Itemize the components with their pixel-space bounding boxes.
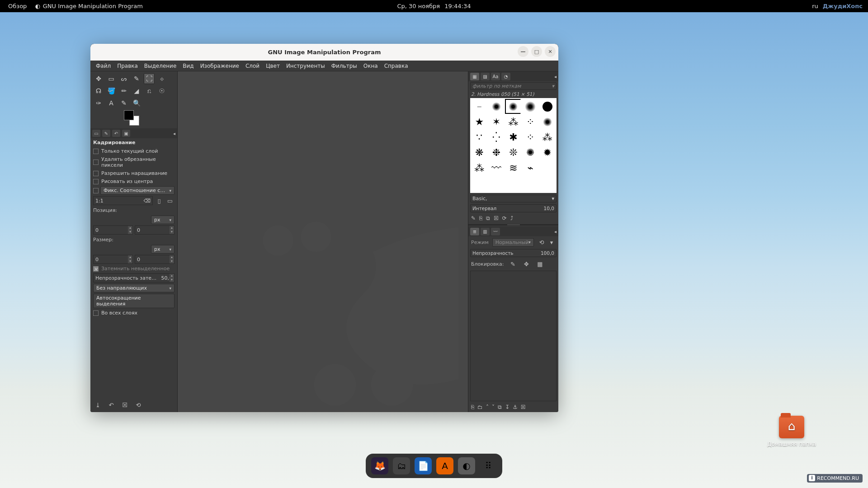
brush-item[interactable]: 〰 [488,160,505,175]
brush-item[interactable]: ❋ [471,145,488,160]
brush-edit-icon[interactable]: ✎ [471,215,476,221]
lock-pixels-icon[interactable]: ✎ [508,259,517,268]
tool-crop[interactable]: ⛶ [144,73,155,84]
lock-alpha-icon[interactable]: ▦ [535,259,544,268]
brush-item-selected[interactable] [505,99,522,114]
layer-mode-group-icon[interactable]: ▾ [547,238,556,247]
layer-mode-reset-icon[interactable]: ⟲ [538,238,546,247]
brush-item[interactable]: ⁂ [505,114,522,129]
opt-only-current-layer[interactable]: Только текущий слой [93,148,175,155]
brush-item[interactable]: ✺ [522,145,539,160]
opt-pos-y[interactable]: 0▴▾ [135,225,175,235]
brush-item[interactable]: ❉ [488,145,505,160]
opt-guides-dropdown[interactable]: Без направляющих▾ [93,284,175,292]
opt-position-unit[interactable]: px▾ [151,216,175,224]
opt-orient-portrait[interactable]: ▯ [155,196,164,205]
brush-item[interactable] [488,99,505,114]
opt-darken-opacity[interactable]: Непрозрачность зате…50,0▴▾ [93,273,175,282]
save-preset-icon[interactable]: ⤓ [93,400,102,409]
brush-item[interactable]: ⁂ [471,160,488,175]
opt-all-layers[interactable]: Во всех слоях [93,310,175,316]
brush-item[interactable]: ✶ [488,114,505,129]
brush-item[interactable]: ⌁ [522,160,539,175]
window-close-button[interactable]: ✕ [545,46,556,57]
opt-allow-grow[interactable]: Разрешить наращивание [93,170,175,177]
tool-fuzzy-select[interactable]: ✎ [131,73,142,84]
brush-new-icon[interactable]: ⎘ [479,215,482,221]
lock-position-icon[interactable]: ✥ [522,259,531,268]
brush-item[interactable] [539,114,556,129]
brush-preset-dropdown[interactable]: Basic,▾ [470,195,557,202]
opt-ratio-field[interactable]: 1:1⌫ [93,196,153,205]
brush-item[interactable] [520,98,540,115]
tab-patterns[interactable]: ▨ [481,73,490,80]
dock-gimp[interactable]: ◐ [458,457,475,474]
opt-from-center[interactable]: Рисовать из центра [93,178,175,185]
tool-text[interactable]: A [106,98,117,108]
fg-bg-colors[interactable] [124,110,175,128]
dock-document[interactable]: 📄 [415,457,432,474]
brush-item[interactable]: ⁘ [522,130,539,145]
reset-preset-icon[interactable]: ⟲ [134,400,143,409]
menu-filters[interactable]: Фильтры [329,62,360,70]
layers-list[interactable] [470,271,557,401]
brush-item[interactable] [539,99,556,114]
menu-select[interactable]: Выделение [142,62,179,70]
tool-warp[interactable]: ☊ [93,85,104,96]
opt-fixed-dropdown[interactable]: Фикс. Соотношение с…▾ [100,186,175,195]
layer-opacity-slider[interactable]: Непрозрачность100,0 [470,249,557,257]
brush-interval-slider[interactable]: Интервал10,0 [470,204,557,212]
brush-item[interactable]: — [471,99,488,114]
opt-delete-cropped[interactable]: Удалять обрезанные пиксели [93,156,175,169]
brush-item[interactable]: ✹ [539,145,556,160]
window-titlebar[interactable]: GNU Image Manipulation Program — □ ✕ [90,44,558,61]
opt-fixed-checkbox[interactable] [93,188,99,194]
menu-image[interactable]: Изображение [198,62,242,70]
layer-delete-icon[interactable]: ☒ [521,404,526,410]
tab-paths[interactable]: 〰 [491,228,500,235]
tool-clone[interactable]: ⎌ [144,85,155,96]
brush-item[interactable]: ⁘ [522,114,539,129]
dock-apps-grid[interactable]: ⠿ [480,457,497,474]
menu-windows[interactable]: Окна [361,62,381,70]
tab-images[interactable]: ▣ [122,130,130,137]
brush-refresh-icon[interactable]: ⟳ [502,215,507,221]
layer-merge-icon[interactable]: ↧ [505,404,509,410]
tab-undo-history[interactable]: ↶ [112,130,120,137]
brush-delete-icon[interactable]: ☒ [494,215,499,221]
brush-item[interactable]: ∵ [471,130,488,145]
layer-up-icon[interactable]: ˄ [486,404,489,410]
tool-color-picker[interactable]: ✎ [118,98,129,108]
image-canvas[interactable] [178,71,468,412]
tool-zoom[interactable]: 🔍 [131,98,142,108]
keyboard-layout-indicator[interactable]: ru [812,3,818,9]
tab-layers[interactable]: ≣ [470,228,479,235]
layer-duplicate-icon[interactable]: ⧉ [498,404,502,410]
opt-autoshrink-button[interactable]: Автосокращение выделения [93,294,175,308]
topbar-app-menu[interactable]: ◐ GNU Image Manipulation Program [35,3,143,9]
opt-orient-landscape[interactable]: ▭ [165,196,175,205]
layer-mode-dropdown[interactable]: Нормальный▾ [492,238,534,247]
tool-paths[interactable]: ✑ [93,98,104,108]
dock-software[interactable]: A [436,457,453,474]
brushes-tabs-menu-icon[interactable]: ◂ [554,74,557,79]
brush-duplicate-icon[interactable]: ⧉ [486,215,490,221]
tool-smudge[interactable]: ☉ [156,85,167,96]
window-maximize-button[interactable]: □ [531,46,542,57]
brush-item[interactable]: ★ [471,114,488,129]
brush-item[interactable] [539,160,556,175]
brush-item[interactable]: ≋ [505,160,522,175]
tab-channels[interactable]: ▥ [481,228,490,235]
tool-eraser[interactable]: ◢ [131,85,142,96]
brush-open-icon[interactable]: ⤴ [510,215,513,221]
opt-size-h[interactable]: 0▴▾ [135,255,175,264]
tool-bucket[interactable]: 🪣 [106,85,117,96]
opt-pos-x[interactable]: 0▴▾ [93,225,133,235]
menu-color[interactable]: Цвет [263,62,283,70]
menu-layer[interactable]: Слой [243,62,262,70]
layers-tabs-menu-icon[interactable]: ◂ [554,229,557,234]
menu-edit[interactable]: Правка [114,62,141,70]
dock-separator[interactable] [468,224,558,225]
foreground-color[interactable] [124,110,134,120]
tool-rect-select[interactable]: ▭ [106,73,117,84]
